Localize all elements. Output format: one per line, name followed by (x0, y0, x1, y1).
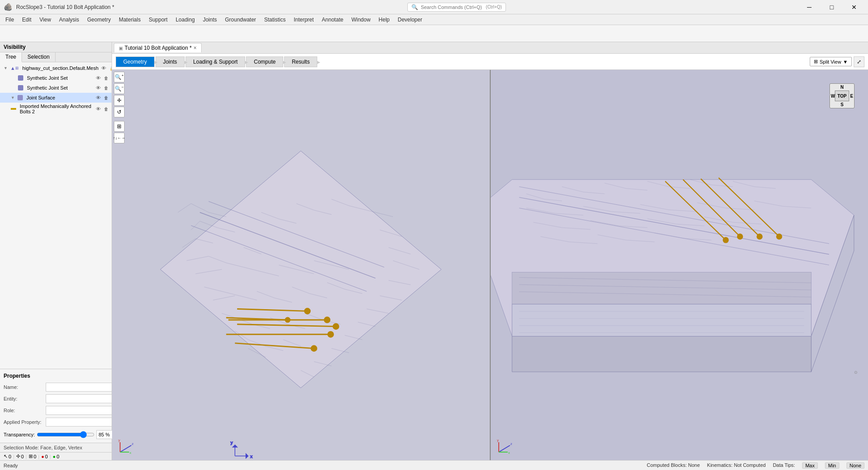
menu-item-annotate[interactable]: Annotate (318, 16, 347, 24)
vis-tabs: Tree Selection (0, 52, 112, 62)
workflow-tab-loading[interactable]: Loading & Support (186, 56, 245, 67)
menu-item-view[interactable]: View (36, 16, 55, 24)
title-bar-controls: ─ □ ✕ (799, 0, 864, 14)
arrows-button[interactable]: ↑↓←→ (114, 133, 125, 143)
tree-icon-bolt (11, 106, 16, 112)
tree-item-mesh[interactable]: ▼▲⊞highway_cut_section.Default.Mesh👁🔒🗑 (0, 63, 112, 73)
prop-label: Name: (4, 384, 44, 390)
vis-tab-selection[interactable]: Selection (22, 52, 55, 62)
tree-item-surface[interactable]: ▼Joint Surface👁🗑 (0, 93, 112, 103)
tree-label-mesh: highway_cut_section.Default.Mesh (22, 65, 99, 71)
title-bar: 🪨 RocSlope3 - Tutorial 10 Bolt Applicati… (0, 0, 868, 14)
max-button[interactable]: Max (802, 462, 818, 469)
tree-delete-joint1[interactable]: 🗑 (103, 74, 110, 82)
tree-expand-surface[interactable]: ▼ (11, 95, 15, 100)
none-button[interactable]: None (846, 462, 864, 469)
vis-tab-tree[interactable]: Tree (0, 52, 22, 62)
tree-expand-mesh[interactable]: ▼ (4, 66, 8, 70)
transparency-label: Transparency: (4, 432, 35, 437)
search-bar[interactable]: 🔍 (Ctrl+Q) (407, 3, 506, 12)
prop-label: Entity: (4, 396, 44, 401)
menu-item-loading[interactable]: Loading (172, 16, 199, 24)
tree-eye-bolt[interactable]: 👁 (95, 105, 102, 112)
min-button[interactable]: Min (825, 462, 839, 469)
cursor-count: 0 (21, 454, 24, 459)
tree-item-joint1[interactable]: Synthetic Joint Set👁🗑 (0, 73, 112, 83)
menu-item-materials[interactable]: Materials (115, 16, 144, 24)
menu-item-help[interactable]: Help (375, 16, 393, 24)
menu-item-geometry[interactable]: Geometry (84, 16, 115, 24)
search-input[interactable] (421, 4, 483, 10)
tree-label-joint1: Synthetic Joint Set (27, 75, 93, 81)
menu-item-interpret[interactable]: Interpret (290, 16, 317, 24)
computed-blocks: Computed Blocks: None (647, 462, 700, 469)
tree-delete-joint2[interactable]: 🗑 (103, 84, 110, 91)
search-icon: 🔍 (411, 4, 418, 10)
tree-eye-mesh[interactable]: 👁 (100, 65, 108, 72)
app-tab-close[interactable]: × (194, 45, 197, 51)
face-count: 0 (45, 454, 48, 459)
workflow-tab-joints[interactable]: Joints (155, 56, 185, 67)
menu-item-analysis[interactable]: Analysis (56, 16, 83, 24)
workflow-tab-results[interactable]: Results (284, 56, 317, 67)
view-expand-button[interactable]: ⤢ (854, 56, 864, 67)
viewport-right[interactable]: N S E W TOP (491, 70, 868, 460)
minimize-button[interactable]: ─ (799, 0, 820, 14)
tree-lock-mesh[interactable]: 🔒 (108, 65, 112, 72)
prop-input[interactable] (46, 406, 112, 415)
tree-eye-joint1[interactable]: 👁 (95, 74, 102, 82)
menu-item-joints[interactable]: Joints (199, 16, 220, 24)
status-face: ● 0 (41, 454, 48, 459)
scale-arrows-left: x y (231, 440, 253, 458)
title-text: RocSlope3 - Tutorial 10 Bolt Application… (16, 4, 114, 10)
workflow-tab-geometry[interactable]: Geometry (116, 56, 155, 67)
menu-item-support[interactable]: Support (145, 16, 171, 24)
prop-input[interactable] (46, 418, 112, 427)
status-pointer: ↖ 0 (4, 453, 11, 459)
status-sep1: | (13, 454, 14, 459)
tree-delete-surface[interactable]: 🗑 (103, 94, 110, 101)
menu-item-window[interactable]: Window (348, 16, 374, 24)
tree-icon-mesh: ▲⊞ (10, 65, 19, 71)
fit-button[interactable]: ⊞ (114, 121, 125, 132)
rotate-button[interactable]: ↺ (114, 107, 125, 117)
app-tab[interactable]: ▣ Tutorial 10 Bolt Application * × (114, 43, 202, 52)
tree-eye-surface[interactable]: 👁 (95, 94, 102, 101)
zoom-in-button[interactable]: 🔍+ (114, 72, 125, 82)
prop-input[interactable] (46, 383, 112, 392)
menu-item-file[interactable]: File (2, 16, 17, 24)
pan-button[interactable]: ✛ (114, 95, 125, 106)
zoom-out-button[interactable]: 🔍− (114, 83, 125, 94)
menu-item-statistics[interactable]: Statistics (260, 16, 289, 24)
svg-marker-135 (512, 304, 811, 336)
svg-text:x: x (250, 454, 253, 459)
tree-label-surface: Joint Surface (26, 95, 93, 100)
workflow-tab-compute[interactable]: Compute (246, 56, 283, 67)
status-ready: Ready (4, 463, 18, 468)
prop-row-applied-property: Applied Property: (4, 418, 108, 427)
prop-input[interactable] (46, 394, 112, 403)
compass-n: N (840, 85, 843, 90)
close-button[interactable]: ✕ (844, 0, 864, 14)
menu-item-groundwater[interactable]: Groundwater (221, 16, 259, 24)
transparency-slider[interactable] (37, 431, 95, 438)
app-tab-icon: ▣ (119, 46, 123, 51)
tree-delete-bolt[interactable]: 🗑 (103, 105, 110, 112)
tree-eye-joint2[interactable]: 👁 (95, 84, 102, 91)
menu-item-developer[interactable]: Developer (394, 16, 426, 24)
tree-item-joint2[interactable]: Synthetic Joint Set👁🗑 (0, 83, 112, 93)
status-cursor: ✢ 0 (16, 453, 24, 459)
tree-label-joint2: Synthetic Joint Set (27, 85, 93, 91)
viewport-left[interactable]: 🔍+ 🔍− ✛ ↺ ⊞ ↑↓←→ (112, 70, 491, 460)
tree-actions-mesh: 👁🔒🗑 (100, 65, 112, 72)
maximize-button[interactable]: □ (821, 0, 842, 14)
transparency-row: Transparency: 85 % (4, 430, 108, 439)
tree-actions-surface: 👁🗑 (95, 94, 110, 101)
compass-e: E (850, 94, 853, 99)
tree-actions-joint2: 👁🗑 (95, 84, 110, 91)
split-view-button[interactable]: ⊞ Split View ▼ (810, 57, 852, 66)
axis-indicator-right: z y x (494, 439, 512, 457)
tree-item-bolt[interactable]: Imported Mechanically Anchored Bolts 2👁🗑 (0, 103, 112, 115)
tree-content: ▼▲⊞highway_cut_section.Default.Mesh👁🔒🗑Sy… (0, 62, 112, 369)
menu-item-edit[interactable]: Edit (18, 16, 35, 24)
